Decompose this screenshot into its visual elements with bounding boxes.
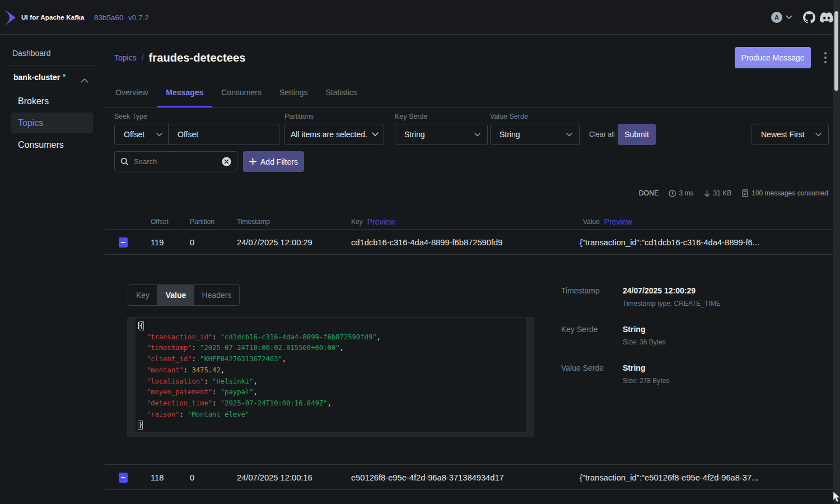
json-value: "cd1dcb16-c316-4da4-8899-f6b872590fd9"	[221, 333, 377, 341]
page-scrollbar[interactable]	[833, 0, 840, 504]
avatar[interactable]: A	[771, 12, 782, 23]
json-line: "client_id": "KHFP84276313672463",	[138, 354, 526, 365]
sidebar-item-consumers[interactable]: Consumers	[0, 134, 105, 156]
json-close-brace: }	[138, 421, 142, 429]
topic-tabs: Overview Messages Consumers Settings Sta…	[105, 78, 833, 108]
kebab-menu-icon[interactable]	[820, 47, 831, 68]
search-input[interactable]	[129, 157, 222, 166]
cell-offset: 119	[151, 238, 190, 247]
status-phase: DONE	[639, 189, 659, 197]
breadcrumb: Topics / fraudes-detectees	[114, 48, 245, 68]
sidebar-item-dashboard[interactable]: Dashboard	[12, 44, 51, 63]
meta-key-size: Size: 36 Bytes	[623, 338, 666, 346]
value-preview-link[interactable]: Preview	[604, 217, 632, 226]
discord-icon[interactable]	[820, 12, 833, 23]
seek-type-select[interactable]: Offset	[115, 124, 169, 144]
json-value: "KHFP84276313672463"	[200, 355, 282, 363]
value-serde-select[interactable]: String	[490, 124, 580, 145]
cell-value-preview: {"transaction_id":"cd1dcb16-c316-4da4-88…	[580, 238, 833, 247]
clear-search-icon[interactable]	[222, 157, 231, 166]
produce-message-button[interactable]: Produce Message	[735, 47, 811, 68]
cluster-online-dot	[63, 74, 66, 77]
json-value: "2025-07-24T10:00:02.015560+00:00"	[200, 344, 339, 352]
chevron-down-icon	[815, 133, 822, 137]
col-offset: Offset	[151, 218, 190, 226]
json-key: "client_id"	[147, 355, 192, 363]
github-icon[interactable]	[803, 11, 815, 24]
meta-value-size: Size: 278 Bytes	[623, 377, 669, 385]
tab-settings[interactable]: Settings	[270, 78, 317, 108]
col-key: Key	[351, 218, 363, 226]
submit-button[interactable]: Submit	[618, 124, 656, 145]
meta-key-serde-value: String	[623, 325, 645, 334]
order-select[interactable]: Newest First	[752, 124, 829, 145]
status-item: 31 KB	[704, 189, 732, 197]
json-viewer[interactable]: { "transaction_id": "cd1dcb16-c316-4da4-…	[127, 317, 534, 437]
key-preview-link[interactable]: Preview	[367, 217, 395, 226]
add-filters-button[interactable]: Add Filters	[243, 151, 304, 172]
tab-key[interactable]: Key	[128, 285, 157, 305]
tab-value[interactable]: Value	[157, 285, 194, 305]
json-value: 3475.42	[192, 366, 220, 374]
tab-messages[interactable]: Messages	[157, 78, 212, 108]
offset-input[interactable]	[169, 124, 279, 144]
page-title: fraudes-detectees	[149, 52, 246, 64]
tab-overview[interactable]: Overview	[106, 78, 157, 108]
messages-table-header: Offset Partition Timestamp Key Preview V…	[105, 214, 833, 230]
tab-consumers[interactable]: Consumers	[212, 78, 270, 108]
main-content: Topics / fraudes-detectees Produce Messa…	[105, 35, 840, 504]
sidebar: Dashboard bank-cluster Brokers Topics Co…	[0, 35, 105, 504]
kafka-ui-logo-icon[interactable]	[4, 10, 16, 28]
json-line: "transaction_id": "cd1dcb16-c316-4da4-88…	[138, 332, 526, 343]
json-line: "montant": 3475.42,	[138, 365, 526, 376]
collapse-message-button[interactable]	[119, 473, 128, 483]
sidebar-item-topics[interactable]: Topics	[0, 112, 105, 134]
chevron-down-icon	[566, 133, 572, 137]
user-menu[interactable]: A	[771, 12, 792, 23]
collapse-message-button[interactable]	[119, 237, 128, 248]
json-line: "moyen_paiement": "paypal",	[138, 387, 526, 398]
dot	[824, 61, 827, 63]
status-item: 3 ms	[669, 189, 694, 197]
key-serde-select[interactable]: String	[395, 124, 488, 145]
cell-partition: 0	[190, 473, 237, 482]
search-box	[114, 151, 237, 171]
seek-type-group: Offset	[114, 124, 279, 145]
sidebar-item-brokers[interactable]: Brokers	[0, 90, 105, 112]
value-serde-label: Value Serde	[490, 113, 528, 120]
document-icon	[742, 189, 748, 197]
json-line: "localisation": "Helsinki",	[138, 376, 526, 388]
app-title[interactable]: UI for Apache Kafka	[21, 0, 85, 35]
chevron-up-icon[interactable]	[81, 75, 100, 85]
minus-icon	[121, 477, 125, 478]
json-key: "moyen_paiement"	[147, 388, 212, 396]
tab-statistics[interactable]: Statistics	[316, 78, 366, 108]
json-key: "raison"	[147, 410, 180, 418]
breadcrumb-topics-link[interactable]: Topics	[114, 53, 137, 62]
json-value: "Montant élevé"	[188, 410, 249, 418]
json-key: "detection_time"	[147, 399, 212, 407]
consumption-status-bar: DONE 3 ms 31 KB 100 messages consumed	[105, 186, 828, 200]
cell-timestamp: 24/07/2025 12:00:29	[237, 238, 351, 247]
json-code: { "transaction_id": "cd1dcb16-c316-4da4-…	[136, 318, 526, 431]
dot	[824, 52, 827, 54]
json-key: "montant"	[147, 366, 184, 374]
version-commit-link[interactable]: 83b5a60	[94, 0, 124, 35]
bytes-consumed: 31 KB	[713, 189, 732, 197]
cell-timestamp: 24/07/2025 12:00:16	[237, 473, 351, 482]
message-row[interactable]: 119 0 24/07/2025 12:00:29 cd1dcb16-c316-…	[105, 230, 833, 255]
partitions-select[interactable]: All items are selected.	[284, 124, 384, 145]
chevron-down-icon	[156, 133, 162, 137]
json-key: "localisation"	[147, 377, 204, 385]
version-tag: v0.7.2	[128, 0, 149, 35]
mouse-cursor	[833, 491, 840, 504]
chevron-down-icon	[474, 133, 480, 137]
tab-headers[interactable]: Headers	[194, 285, 239, 305]
message-row[interactable]: 118 0 24/07/2025 12:00:16 e50126f8-e95e-…	[105, 464, 833, 490]
chevron-down-icon	[372, 132, 379, 137]
scrollbar-thumb[interactable]	[834, 11, 838, 91]
json-line: "raison": "Montant élevé"	[138, 409, 526, 421]
json-line: {	[138, 321, 526, 332]
clear-all-link[interactable]: Clear all	[589, 124, 615, 145]
cell-key: e50126f8-e95e-4f2d-96a8-371384934d17	[351, 473, 580, 482]
